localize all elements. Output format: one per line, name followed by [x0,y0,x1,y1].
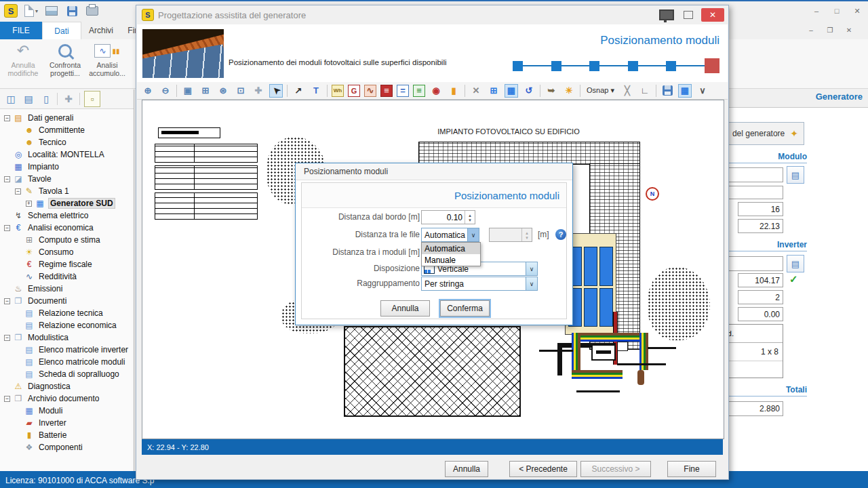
sidebar-item-dati-generali[interactable]: −▤Dati generali [0,112,134,124]
spinner-icon[interactable]: ▴▾ [465,211,475,224]
delete-icon[interactable]: ✕ [469,84,483,98]
battery-icon[interactable]: ▮ [447,84,460,98]
sidebar-item-relazione-tecnica[interactable]: +▤Relazione tecnica [0,307,134,319]
chevron-down-icon[interactable]: ∨ [526,277,537,290]
wizard-precedente-button[interactable]: < Precedente [509,461,577,477]
modal-title-bar[interactable]: Posizionamento moduli [296,163,572,180]
sidebar-item-diagnostica[interactable]: +⚠Diagnostica [0,380,134,392]
wizard-fine-button[interactable]: Fine [667,461,716,477]
dropdown-option-automatica[interactable]: Automatica [422,243,480,254]
select-icon[interactable]: ➤ [269,84,283,98]
sidebar-item-tavola-1[interactable]: −✎Tavola 1 [0,185,134,197]
osnap-dropdown[interactable]: Osnap ▾ [585,85,616,96]
module-table-icon[interactable]: ▦ [678,84,692,98]
sidebar-item-elenco-matricole-moduli[interactable]: +▤Elenco matricole moduli [0,356,134,368]
notes-icon[interactable]: ▯ [39,92,53,106]
modulo-count-field[interactable]: 16 [738,202,783,216]
sidebar-item-localita[interactable]: +◎Località: MONTELLA [0,148,134,161]
analisi-accumulo-button[interactable]: ∿ ▮▮ Analisi accumulo... [87,41,127,85]
sidebar-item-relazione-economica[interactable]: +▤Relazione economica [0,319,134,331]
inverter-value2-field[interactable]: 2 [738,290,783,304]
tree-expander-icon[interactable]: − [4,396,10,402]
modulo-list-button[interactable]: ▤ [787,166,804,184]
new-document-icon[interactable]: ▾ [24,4,38,18]
sidebar-item-elenco-matricole-inverter[interactable]: +▤Elenco matricole inverter [0,344,134,356]
minimize-icon[interactable]: – [809,5,824,16]
save-icon[interactable] [65,4,79,18]
sidebar-item-generatore-sud[interactable]: +▦Generatore SUD [0,197,134,209]
annulla-modifiche-button[interactable]: ↶ Annulla modifiche [3,41,43,85]
marker-icon[interactable]: ◉ [429,84,443,98]
sidebar-item-documenti[interactable]: −❐Documenti [0,295,134,307]
generator-icon[interactable]: G [348,85,360,97]
tab-file[interactable]: FILE [0,22,42,39]
sidebar-item-archivio-documento[interactable]: −❐Archivio documento [0,392,134,405]
inverter-list-button[interactable]: ▤ [787,255,804,272]
wh-meter-icon[interactable]: Wh [332,85,344,97]
chevron-down-icon[interactable]: ∨ [526,262,537,275]
modal-annulla-button[interactable]: Annulla [380,300,430,317]
tree-expander-icon[interactable]: − [4,335,10,341]
tree-expander-icon[interactable]: − [15,188,21,195]
sidebar-item-batterie[interactable]: +▮Batterie [0,429,134,441]
snap-perp-icon[interactable]: ∟ [638,84,652,98]
pan-move-icon[interactable]: ✚ [62,92,75,106]
inverter-value1-field[interactable]: 104.17 [738,273,783,287]
inverter-value3-field[interactable]: 0.00 [738,307,783,321]
close-icon[interactable]: ✕ [850,5,865,16]
restore-icon[interactable] [684,11,693,19]
frame-toggle-icon[interactable]: ▫ [84,91,100,107]
zoom-out-icon[interactable]: ⊖ [159,84,172,98]
tree-expander-icon[interactable]: − [4,225,10,231]
wave-icon[interactable]: ∿ [364,85,376,97]
sidebar-item-impianto[interactable]: +▦Impianto [0,161,134,173]
equal-doc-icon[interactable]: = [397,85,409,97]
doc-close-icon[interactable]: ✕ [842,24,856,35]
sidebar-item-analisi-economica[interactable]: −€Analisi economica [0,222,134,234]
zoom-previous-icon[interactable]: ⊛ [216,84,230,98]
tree-expander-icon[interactable]: − [4,176,10,182]
modal-conferma-button[interactable]: Conferma [440,300,490,317]
wizard-annulla-button[interactable]: Annulla [445,461,488,477]
pan-icon[interactable]: ✚ [252,84,265,98]
tab-dati[interactable]: Dati [42,22,81,39]
tree-expander-icon[interactable]: − [4,298,10,304]
report-icon[interactable]: ≡ [380,85,393,97]
wizard-title-bar[interactable]: S Progettazione assistita del generatore… [136,5,728,24]
confronta-progetti-button[interactable]: Confronta progetti... [45,41,85,85]
sidebar-item-componenti[interactable]: +❖Componenti [0,441,134,453]
help-icon[interactable]: ? [555,229,566,240]
zoom-window-icon[interactable]: ⊞ [199,84,212,98]
save-view-icon[interactable] [660,84,674,98]
tree-expander-icon[interactable]: − [4,115,10,121]
wizard-close-icon[interactable]: ✕ [701,8,724,22]
file-combo[interactable]: Automatica ∨ [421,228,479,242]
tree-expander-icon[interactable]: + [26,201,32,207]
bordo-input[interactable]: 0.10 ▴▾ [421,210,475,224]
print-icon[interactable] [85,4,99,18]
line-tool-icon[interactable]: ↗ [292,84,305,98]
monitor-icon[interactable] [659,9,674,20]
doc-restore-icon[interactable]: ❐ [823,24,837,35]
sidebar-item-modulistica[interactable]: −❐Modulistica [0,331,134,344]
sidebar-item-redditivita[interactable]: +∿Redditività [0,270,134,283]
book-open-icon[interactable]: ◫ [4,92,18,106]
zoom-page-icon[interactable]: ▣ [181,84,195,98]
sidebar-item-computo-e-stima[interactable]: +⊞Computo e stima [0,234,134,246]
raggruppamento-combo[interactable]: Per stringa ∨ [421,277,538,291]
sidebar-item-inverter[interactable]: +▰Inverter [0,417,134,429]
wizard-successivo-button[interactable]: Successivo > [580,461,651,477]
sidebar-item-regime-fiscale[interactable]: +€Regime fiscale [0,258,134,270]
sidebar-item-consumo[interactable]: +☀Consumo [0,246,134,258]
zoom-in-icon[interactable]: ⊕ [141,84,155,98]
exit-icon[interactable]: ➥ [545,84,558,98]
sidebar-item-committente[interactable]: +☻Committente [0,124,134,136]
open-icon[interactable] [45,4,58,18]
module-edit-icon[interactable]: ▦ [505,84,518,98]
green-doc-icon[interactable]: ≡ [413,85,425,97]
sidebar-item-tecnico[interactable]: +☻Tecnico [0,136,134,148]
sidebar-item-scheda-di-sopralluogo[interactable]: +▤Scheda di sopralluogo [0,368,134,380]
doc-minimize-icon[interactable]: – [804,24,818,35]
book-blue-icon[interactable]: ▤ [22,92,35,106]
sidebar-item-moduli[interactable]: +▦Moduli [0,405,134,417]
